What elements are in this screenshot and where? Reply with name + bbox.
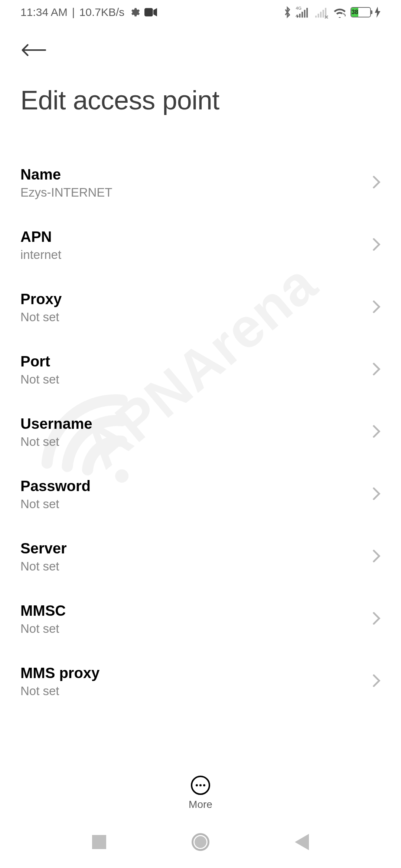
setting-label: MMSC bbox=[20, 602, 66, 619]
setting-label: Server bbox=[20, 540, 67, 557]
chevron-right-icon bbox=[372, 549, 381, 565]
page-title: Edit access point bbox=[20, 85, 381, 115]
signal-no-sim-icon bbox=[314, 6, 329, 19]
nav-back-button[interactable] bbox=[283, 834, 320, 850]
svg-rect-0 bbox=[144, 8, 153, 16]
bluetooth-icon bbox=[283, 6, 292, 19]
navigation-bar bbox=[0, 816, 401, 868]
setting-row-mmsproxy[interactable]: MMS proxy Not set bbox=[0, 649, 401, 711]
nav-recent-button[interactable] bbox=[81, 835, 118, 849]
setting-value: Not set bbox=[20, 497, 91, 511]
chevron-right-icon bbox=[372, 362, 381, 378]
setting-value: Not set bbox=[20, 622, 66, 636]
square-icon bbox=[92, 835, 106, 849]
svg-text:4G: 4G bbox=[296, 6, 301, 10]
svg-rect-3 bbox=[299, 13, 301, 17]
setting-value: Not set bbox=[20, 684, 100, 698]
setting-value: internet bbox=[20, 248, 61, 262]
back-button[interactable] bbox=[20, 39, 46, 63]
chevron-right-icon bbox=[372, 424, 381, 440]
setting-row-proxy[interactable]: Proxy Not set bbox=[0, 275, 401, 338]
status-separator: | bbox=[72, 6, 75, 19]
setting-row-username[interactable]: Username Not set bbox=[0, 400, 401, 462]
setting-label: Password bbox=[20, 478, 91, 494]
more-icon bbox=[191, 776, 210, 795]
svg-rect-9 bbox=[320, 11, 322, 17]
more-label: More bbox=[189, 799, 212, 811]
signal-4g-icon: 4G bbox=[296, 6, 310, 19]
status-speed: 10.7KB/s bbox=[79, 6, 125, 19]
more-button[interactable]: More bbox=[189, 776, 212, 811]
settings-list: Name Ezys-INTERNET APN internet Proxy No… bbox=[0, 151, 401, 711]
setting-label: MMS proxy bbox=[20, 665, 100, 681]
gear-icon bbox=[129, 7, 140, 18]
circle-icon bbox=[192, 833, 209, 851]
svg-rect-6 bbox=[306, 8, 308, 17]
chevron-right-icon bbox=[372, 175, 381, 191]
setting-label: Proxy bbox=[20, 291, 62, 308]
setting-row-server[interactable]: Server Not set bbox=[0, 525, 401, 587]
status-bar: 11:34 AM | 10.7KB/s 4G 38 bbox=[0, 0, 401, 24]
setting-row-port[interactable]: Port Not set bbox=[0, 338, 401, 400]
setting-label: Username bbox=[20, 415, 92, 432]
setting-value: Not set bbox=[20, 372, 59, 387]
setting-row-name[interactable]: Name Ezys-INTERNET bbox=[0, 151, 401, 213]
status-time: 11:34 AM bbox=[20, 6, 68, 19]
setting-label: APN bbox=[20, 228, 61, 245]
chevron-right-icon bbox=[372, 237, 381, 253]
svg-rect-4 bbox=[301, 11, 303, 17]
wifi-icon bbox=[333, 7, 347, 18]
chevron-right-icon bbox=[372, 611, 381, 627]
setting-row-password[interactable]: Password Not set bbox=[0, 462, 401, 525]
setting-value: Ezys-INTERNET bbox=[20, 185, 113, 200]
chevron-right-icon bbox=[372, 674, 381, 689]
battery-icon: 38 bbox=[351, 7, 371, 17]
setting-value: Not set bbox=[20, 310, 62, 324]
svg-rect-5 bbox=[304, 10, 306, 17]
svg-rect-8 bbox=[318, 13, 319, 17]
setting-label: Port bbox=[20, 353, 59, 370]
setting-row-apn[interactable]: APN internet bbox=[0, 213, 401, 275]
setting-value: Not set bbox=[20, 435, 92, 449]
setting-row-mmsc[interactable]: MMSC Not set bbox=[0, 587, 401, 649]
svg-rect-10 bbox=[323, 10, 324, 17]
chevron-right-icon bbox=[372, 300, 381, 315]
svg-rect-7 bbox=[315, 16, 317, 17]
nav-home-button[interactable] bbox=[182, 833, 219, 851]
charging-icon bbox=[375, 7, 381, 18]
camera-icon bbox=[144, 7, 157, 17]
chevron-right-icon bbox=[372, 487, 381, 502]
setting-value: Not set bbox=[20, 559, 67, 573]
triangle-icon bbox=[295, 834, 309, 850]
setting-label: Name bbox=[20, 166, 113, 183]
